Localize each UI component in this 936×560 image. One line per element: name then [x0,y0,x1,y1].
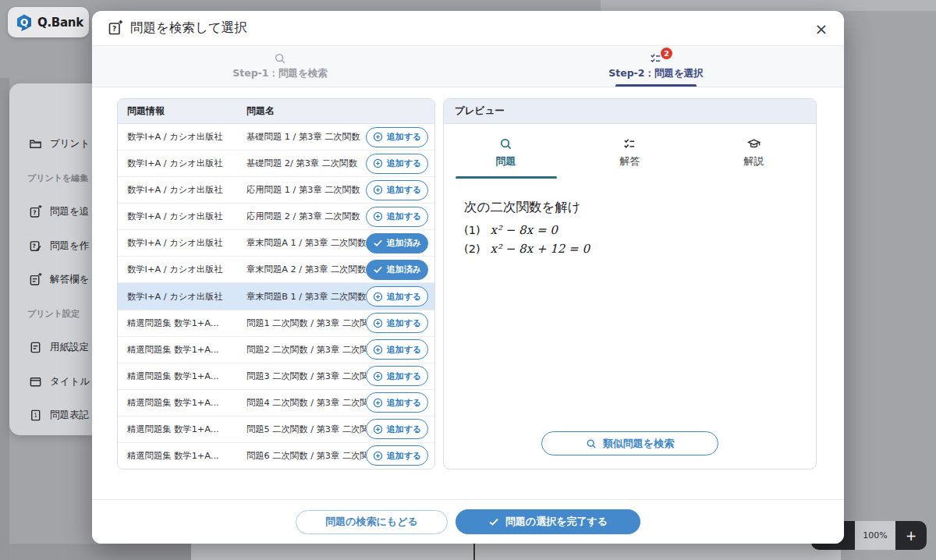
added-button[interactable]: 追加済み [366,260,428,280]
search-similar-button[interactable]: 類似問題を検索 [541,431,718,455]
sidebar-item[interactable]: タイトル [9,365,92,399]
problem-name-cell: 問題4 二次関数 / 第3章 二次関数 [246,397,366,409]
back-to-search-button[interactable]: 問題の検索にもどる [296,510,448,534]
svg-text:?: ? [33,209,36,216]
zoom-level: 100% [855,521,895,550]
problem-name-cell: 問題5 二次関数 / 第3章 二次関数 [246,424,366,435]
sidebar-section-label: プリント設定 [9,297,92,331]
sidebar-item[interactable]: ? 問題を作 [9,229,92,264]
background-strip [0,78,9,560]
problem-name-cell: 基礎問題 1 / 第3章 二次関数 [246,131,366,143]
preview-title: プレビュー [455,105,505,118]
tab-question[interactable]: 問題 [444,124,568,179]
svg-text:1: 1 [34,413,37,420]
table-row[interactable]: 数学I+A / カシオ出版社 章末問題B 1 / 第3章 二次関数 追加する [118,283,434,310]
search-icon [499,137,512,151]
table-row[interactable]: 数学I+A / カシオ出版社 基礎問題 1 / 第3章 二次関数 追加する [118,124,434,151]
tab-step2-select[interactable]: 2 Step-2：問題を選択 [468,46,844,87]
problem-name-cell: 基礎問題 2/ 第3章 二次関数 [246,158,366,169]
plus-circle-icon [373,345,383,355]
plus-circle-icon [373,318,383,328]
search-icon [274,52,286,65]
close-icon[interactable]: × [811,19,831,39]
paper-icon [29,341,42,354]
problem-info-cell: 精選問題集 数学1+A... [127,397,246,409]
table-row[interactable]: 数学I+A / カシオ出版社 章末問題A 2 / 第3章 二次関数 追加済み [118,257,434,283]
background-strip [0,544,191,560]
brand-name: Q.Bank [37,16,83,30]
table-row[interactable]: 精選問題集 数学1+A... 問題3 二次関数 / 第3章 二次関数 追加する [118,363,434,390]
table-row[interactable]: 数学I+A / カシオ出版社 応用問題 2 / 第3章 二次関数 追加する [118,204,434,230]
tab-explanation-label: 解説 [744,154,764,168]
dialog-body: 問題情報 問題名 数学I+A / カシオ出版社 基礎問題 1 / 第3章 二次関… [92,87,844,499]
selected-count-badge: 2 [661,48,672,59]
title-icon [29,375,42,388]
qbank-logo-icon: Q [15,13,34,32]
add-button[interactable]: 追加する [366,419,428,439]
problem-info-cell: 数学I+A / カシオ出版社 [127,291,246,303]
sidebar: プリント プリントを編集 ? 問題を追 ? 問題を作 解答欄を プリント設定 用… [9,83,92,435]
tab-answer-label: 解答 [620,154,640,168]
problem-name-cell: 応用問題 1 / 第3章 二次関数 [246,184,366,196]
app-logo[interactable]: Q Q.Bank [8,7,89,37]
plus-circle-icon [373,451,383,461]
question-add-icon: ? [108,20,123,36]
table-row[interactable]: 数学I+A / カシオ出版社 応用問題 1 / 第3章 二次関数 追加する [118,177,434,204]
add-button[interactable]: 追加する [366,339,428,360]
background-page [191,544,841,560]
problem-name-cell: 問題6 二次関数 / 第3章 二次関数 [246,450,366,462]
table-row[interactable]: 精選問題集 数学1+A... 問題5 二次関数 / 第3章 二次関数 追加する [118,416,434,443]
problem-name-cell: 章末問題A 1 / 第3章 二次関数 [246,237,366,249]
problem-info-cell: 精選問題集 数学1+A... [127,450,246,462]
add-button[interactable]: 追加する [366,445,428,466]
problem-name-cell: 章末問題B 1 / 第3章 二次関数 [246,291,366,303]
sidebar-item[interactable]: 用紙設定 [9,331,92,365]
sidebar-item[interactable]: 1 問題表記 [9,399,92,433]
tab-explanation[interactable]: 解説 [692,124,816,179]
complete-selection-button[interactable]: 問題の選択を完了する [456,509,640,534]
table-row[interactable]: 数学I+A / カシオ出版社 章末問題A 1 / 第3章 二次関数 追加済み [118,230,434,257]
add-button[interactable]: 追加する [366,180,428,200]
add-button[interactable]: 追加する [366,286,428,307]
folder-open-icon [29,137,42,151]
sidebar-item[interactable]: 解答欄を [9,263,92,297]
table-header-row: 問題情報 問題名 [118,99,434,124]
plus-circle-icon [373,398,383,408]
math-expression: x² − 8x = 0 [491,223,558,237]
problem-name-cell: 章末問題A 2 / 第3章 二次関数 [246,264,366,275]
complete-selection-label: 問題の選択を完了する [505,515,608,529]
add-button[interactable]: 追加する [366,313,428,333]
table-row[interactable]: 精選問題集 数学1+A... 問題2 二次関数 / 第3章 二次関数 追加する [118,337,434,363]
preview-header: プレビュー [444,99,816,124]
svg-text:Q: Q [20,17,28,28]
added-button[interactable]: 追加済み [366,233,428,253]
check-icon [488,516,499,527]
table-row[interactable]: 精選問題集 数学1+A... 問題1 二次関数 / 第3章 二次関数 追加する [118,310,434,337]
tab-step1-search[interactable]: Step-1：問題を検索 [92,46,468,87]
step-tabbar: Step-1：問題を検索 2 Step-2：問題を選択 [92,45,844,87]
add-button[interactable]: 追加する [366,154,428,174]
add-button[interactable]: 追加する [366,366,428,386]
sidebar-item[interactable]: プリント [9,127,92,161]
table-row[interactable]: 数学I+A / カシオ出版社 基礎問題 2/ 第3章 二次関数 追加する [118,151,434,177]
table-row[interactable]: 精選問題集 数学1+A... 問題6 二次関数 / 第3章 二次関数 追加する [118,443,434,469]
column-header-name: 問題名 [246,105,275,118]
svg-text:?: ? [32,243,35,250]
zoom-in-button[interactable]: + [895,521,927,550]
table-rows: 数学I+A / カシオ出版社 基礎問題 1 / 第3章 二次関数 追加する 数学… [118,124,434,469]
table-row[interactable]: 精選問題集 数学1+A... 問題4 二次関数 / 第3章 二次関数 追加する [118,390,434,416]
sidebar-item[interactable]: ? 問題を追 [9,195,92,229]
problem-name-cell: 応用問題 2 / 第3章 二次関数 [246,211,366,222]
add-button[interactable]: 追加する [366,207,428,227]
step2-label: Step-2：問題を選択 [608,67,704,80]
add-button[interactable]: 追加する [366,127,428,147]
preview-tabbar: 問題 解答 [444,124,816,179]
page-divider [473,544,475,560]
search-select-dialog: ? 問題を検索して選択 × Step-1：問題を検索 [92,11,844,544]
problem-info-cell: 精選問題集 数学1+A... [127,370,246,382]
add-button[interactable]: 追加する [366,392,428,413]
problem-info-cell: 精選問題集 数学1+A... [127,424,246,435]
dialog-footer: 問題の検索にもどる 問題の選択を完了する [92,499,844,544]
tab-answer[interactable]: 解答 [568,124,692,179]
active-preview-underline [456,176,557,179]
